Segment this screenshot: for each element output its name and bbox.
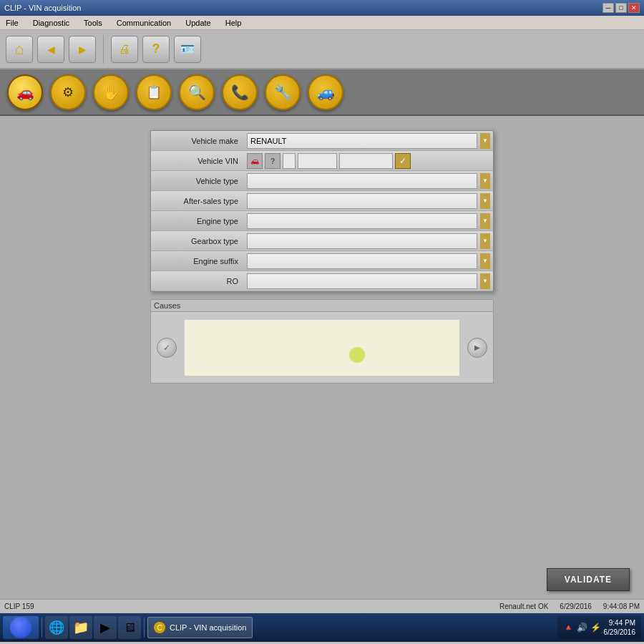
wrench-toolbar-button[interactable]: 🔧 [265, 74, 301, 110]
title-bar: CLIP - VIN acquisition ─ □ ✕ [0, 0, 644, 16]
vehicle-vin-label: Vehicle VIN [151, 157, 244, 165]
print-button[interactable] [111, 36, 138, 63]
menu-bar: File Diagnostic Tools Communication Upda… [0, 16, 644, 30]
causes-text-area[interactable] [184, 319, 460, 376]
engine-type-label: Engine type [151, 217, 244, 225]
engine-suffix-dropdown-arrow[interactable]: ▼ [480, 253, 490, 269]
gearbox-type-dropdown-arrow[interactable]: ▼ [480, 233, 490, 249]
vehicle-type-control: ▼ [244, 172, 493, 190]
vin-input-mid[interactable] [298, 153, 337, 169]
after-sales-select[interactable] [247, 193, 477, 209]
vin-form-panel: Vehicle make RENAULT ▼ Vehicle VIN 🚗 ? [150, 130, 494, 292]
help-button[interactable] [142, 36, 170, 63]
vin-input-short[interactable] [283, 153, 296, 169]
vin-car-icon[interactable]: 🚗 [247, 153, 263, 169]
minimize-button[interactable]: ─ [602, 3, 614, 13]
maximize-button[interactable]: □ [615, 3, 627, 13]
clip-version: CLIP 159 [4, 602, 34, 610]
taskbar-separator [42, 618, 42, 638]
tray-battery-icon[interactable]: ⚡ [590, 623, 601, 633]
after-sales-label: After-sales type [151, 197, 244, 205]
back-button[interactable] [37, 36, 64, 63]
taskbar-media-icon[interactable]: ▶ [94, 616, 117, 639]
engine-suffix-control: ▼ [244, 252, 493, 270]
vin-help-icon[interactable]: ? [265, 153, 280, 169]
status-bar: CLIP 159 Renault.net OK 6/29/2016 9:44:0… [0, 599, 644, 613]
menu-help[interactable]: Help [223, 17, 245, 29]
search-toolbar-button[interactable]: 🔍 [179, 74, 215, 110]
start-button[interactable] [3, 616, 39, 639]
after-sales-control: ▼ [244, 192, 493, 210]
taskbar-separator2 [144, 618, 145, 638]
home-button[interactable] [6, 36, 33, 63]
tray-network-icon[interactable]: 🔺 [563, 623, 574, 633]
menu-communication[interactable]: Communication [114, 17, 174, 29]
icon-toolbar: 🚗 ⚙ ✋ 📋 🔍 📞 🔧 🚙 [0, 69, 644, 116]
engine-suffix-label: Engine suffix [151, 257, 244, 265]
validate-button[interactable]: VALIDATE [547, 568, 630, 591]
gearbox-type-select[interactable] [247, 233, 477, 249]
vehicle-make-control: RENAULT ▼ [244, 132, 493, 150]
engine-suffix-select[interactable] [247, 253, 477, 269]
app-icon-small: C [154, 622, 165, 633]
taskbar-ie-icon[interactable]: 🌐 [45, 616, 68, 639]
chart-toolbar-button[interactable]: 📋 [136, 74, 172, 110]
main-content: Vehicle make RENAULT ▼ Vehicle VIN 🚗 ? [0, 116, 644, 560]
tray-speaker-icon[interactable]: 🔊 [577, 623, 587, 633]
ro-select[interactable] [247, 273, 477, 289]
vehicle-make-dropdown-arrow[interactable]: ▼ [480, 133, 490, 149]
vin-input-long[interactable] [339, 153, 393, 169]
engine-type-dropdown-arrow[interactable]: ▼ [480, 213, 490, 229]
gearbox-type-label: Gearbox type [151, 237, 244, 245]
causes-label: Causes [154, 301, 180, 310]
after-sales-dropdown-arrow[interactable]: ▼ [480, 193, 490, 209]
causes-body: ✓ ▶ [150, 312, 494, 384]
active-app-button[interactable]: C CLIP - VIN acquisition [147, 617, 253, 638]
validate-area: VALIDATE [0, 560, 644, 599]
causes-side-button[interactable]: ▶ [467, 338, 487, 358]
vehicle-type-select[interactable] [247, 173, 477, 189]
toolbar-separator [103, 35, 104, 64]
ro-dropdown-arrow[interactable]: ▼ [480, 273, 490, 289]
home-icon [14, 40, 24, 59]
id-icon [180, 42, 195, 56]
menu-tools[interactable]: Tools [81, 17, 105, 29]
vehicle-type-row: Vehicle type ▼ [151, 171, 493, 191]
vehicle-type-label: Vehicle type [151, 177, 244, 185]
title-text: CLIP - VIN acquisition [4, 4, 81, 12]
menu-update[interactable]: Update [182, 17, 213, 29]
ro-label: RO [151, 277, 244, 286]
status-left: CLIP 159 [4, 602, 34, 610]
engine-type-select[interactable] [247, 213, 477, 229]
taskbar-folder-icon[interactable]: 📁 [69, 616, 92, 639]
vehicle-make-select[interactable]: RENAULT [247, 133, 477, 149]
network-status: Renault.net OK [499, 602, 548, 610]
id-button[interactable] [174, 36, 201, 63]
start-orb [10, 617, 31, 638]
menu-diagnostic[interactable]: Diagnostic [30, 17, 72, 29]
gearbox-type-row: Gearbox type ▼ [151, 231, 493, 251]
gearbox-type-control: ▼ [244, 232, 493, 250]
causes-section: Causes ✓ ▶ [150, 299, 494, 384]
forward-button[interactable] [69, 36, 96, 63]
gearbox-toolbar-button[interactable]: ⚙ [50, 74, 86, 110]
causes-header: Causes [150, 299, 494, 312]
status-date: 6/29/2016 [560, 602, 592, 610]
vehicle-type-dropdown-arrow[interactable]: ▼ [480, 173, 490, 189]
vin-validate-button[interactable]: ✓ [395, 153, 411, 169]
status-time: 9:44:08 PM [603, 602, 640, 610]
menu-file[interactable]: File [3, 17, 21, 29]
title-controls: ─ □ ✕ [602, 3, 640, 13]
close-button[interactable]: ✕ [628, 3, 640, 13]
taskbar-clip-icon2[interactable]: 🖥 [118, 616, 141, 639]
print-icon [119, 43, 130, 56]
car2-toolbar-button[interactable]: 🚙 [308, 74, 343, 110]
vehicle-toolbar-button[interactable]: 🚗 [7, 74, 43, 110]
touch-toolbar-button[interactable]: ✋ [93, 74, 129, 110]
vehicle-vin-control: 🚗 ? ✓ [244, 152, 493, 170]
tray-time[interactable]: 9:44 PM 6/29/2016 [604, 618, 636, 637]
phone-toolbar-button[interactable]: 📞 [222, 74, 258, 110]
forward-icon [79, 43, 87, 56]
active-app-label: CLIP - VIN acquisition [170, 623, 246, 632]
causes-prev-button[interactable]: ✓ [157, 338, 177, 358]
